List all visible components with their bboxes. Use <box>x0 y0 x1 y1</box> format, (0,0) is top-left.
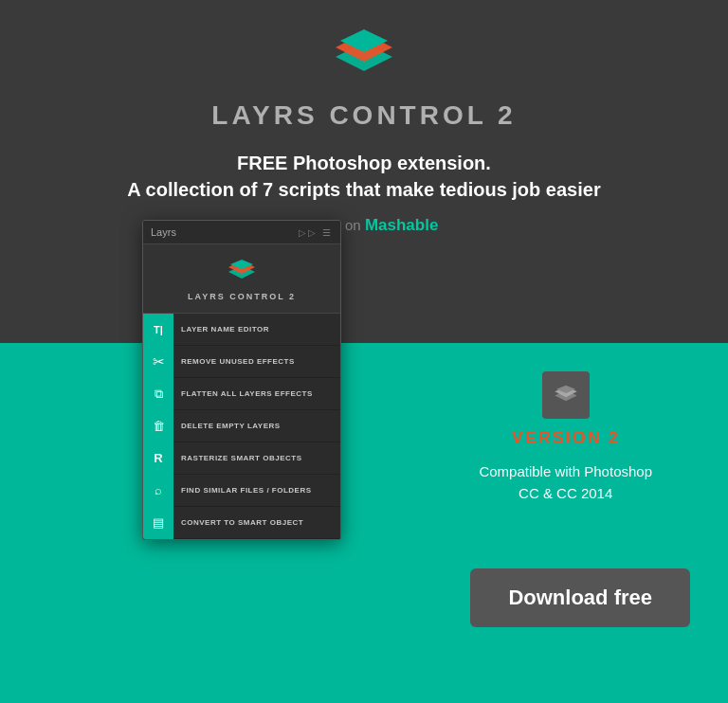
panel-menu-label-1: LAYER NAME EDITOR <box>173 325 269 333</box>
seen-on: As seen on Mashable <box>19 216 709 235</box>
panel-menu-label-7: CONVERT TO SMART OBJECT <box>173 518 303 527</box>
tagline-line1: FREE Photoshop extension. <box>237 153 491 173</box>
panel-mini-logo <box>225 258 259 286</box>
panel-icon-5: R <box>143 442 173 475</box>
app-title: LAYRS CONTROL 2 <box>19 100 709 131</box>
panel-app-name: LAYRS CONTROL 2 <box>153 292 331 301</box>
panel-logo-area: LAYRS CONTROL 2 <box>143 244 340 314</box>
panel-menu-item-3[interactable]: ⧉ FLATTEN ALL LAYERS EFFECTS <box>143 378 340 410</box>
panel-menu-label-6: FIND SIMILAR FILES / FOLDERS <box>173 486 312 495</box>
panel-menu-item-7[interactable]: ▤ CONVERT TO SMART OBJECT <box>143 507 340 539</box>
panel-menu-item-1[interactable]: T| LAYER NAME EDITOR <box>143 314 340 346</box>
panel-icon-2: ✂ <box>143 346 173 378</box>
app-logo <box>331 28 397 85</box>
panel-icon-1: T| <box>143 314 173 346</box>
tagline: FREE Photoshop extension. A collection o… <box>19 150 709 203</box>
panel-menu-item-6[interactable]: ⌕ FIND SIMILAR FILES / FOLDERS <box>143 475 340 507</box>
bottom-section: Layrs ▷▷ ☰ LAYRS CONTROL 2 T| LAYER NAME… <box>0 343 728 703</box>
panel-header: Layrs ▷▷ ☰ <box>143 221 340 244</box>
top-section: LAYRS CONTROL 2 FREE Photoshop extension… <box>0 0 728 254</box>
panel-header-label: Layrs <box>151 226 176 238</box>
version-icon <box>542 371 590 419</box>
compat-text: Compatible with Photoshop CC & CC 2014 <box>479 461 652 504</box>
compat-line2: CC & CC 2014 <box>519 485 612 501</box>
panel-menu-label-2: REMOVE UNUSED EFFECTS <box>173 357 295 366</box>
mashable-brand: Mashable <box>365 216 438 234</box>
panel-menu-item-5[interactable]: R RASTERIZE SMART OBJECTS <box>143 442 340 475</box>
right-info: VERSION 2 Compatible with Photoshop CC &… <box>479 371 652 504</box>
panel-menu-label-5: RASTERIZE SMART OBJECTS <box>173 454 302 462</box>
panel-icon-6: ⌕ <box>143 475 173 507</box>
tagline-line2: A collection of 7 scripts that make tedi… <box>127 179 600 200</box>
compat-line1: Compatible with Photoshop <box>479 463 652 479</box>
panel-menu-label-3: FLATTEN ALL LAYERS EFFECTS <box>173 389 313 398</box>
panel-mockup: Layrs ▷▷ ☰ LAYRS CONTROL 2 T| LAYER NAME… <box>142 220 341 540</box>
panel-menu-item-2[interactable]: ✂ REMOVE UNUSED EFFECTS <box>143 346 340 378</box>
panel-icon-4: 🗑 <box>143 410 173 442</box>
panel-menu-label-4: DELETE EMPTY LAYERS <box>173 422 281 430</box>
version-label: VERSION 2 <box>479 428 652 448</box>
panel-header-icons: ▷▷ ☰ <box>299 227 333 238</box>
download-button[interactable]: Download free <box>470 568 690 627</box>
panel-icon-3: ⧉ <box>143 378 173 410</box>
panel-icon-7: ▤ <box>143 507 173 539</box>
panel-menu-item-4[interactable]: 🗑 DELETE EMPTY LAYERS <box>143 410 340 442</box>
